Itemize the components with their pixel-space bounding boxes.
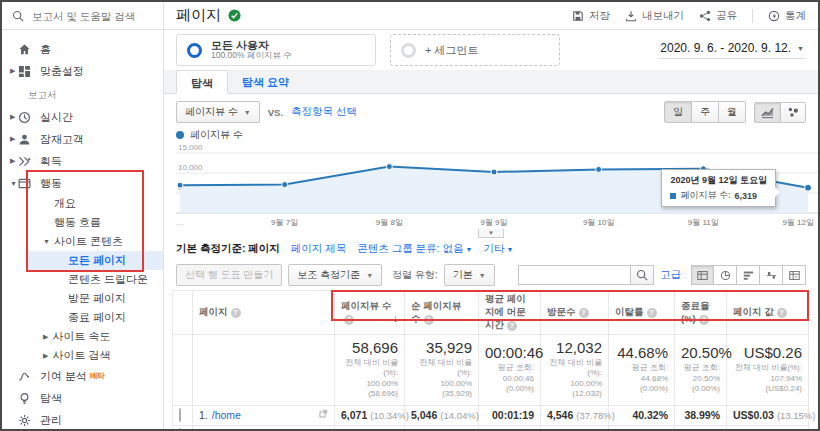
nav-section-label: 보고서 xyxy=(2,82,163,106)
sidebar-item-종료-페이지[interactable]: 종료 페이지 xyxy=(2,308,163,327)
chart-legend: 페이지뷰 수 xyxy=(176,127,806,143)
segment-bar: 모든 사용자 100.00% 페이지뷰 수 + 세그먼트 2020. 9. 6.… xyxy=(164,30,818,70)
add-segment-label: + 세그먼트 xyxy=(425,43,478,58)
table-search-button[interactable] xyxy=(630,265,654,285)
table-view-icon xyxy=(697,270,708,281)
sidebar-item-실시간[interactable]: ▶실시간 xyxy=(2,106,163,128)
tooltip-value: 6,319 xyxy=(734,191,757,201)
performance-view-button[interactable] xyxy=(737,265,760,285)
sidebar-item-label: 맞춤설정 xyxy=(40,64,84,79)
plot-rows-button[interactable]: 선택 행 도표 만들기 xyxy=(176,264,282,286)
granularity-button-일[interactable]: 일 xyxy=(664,101,692,123)
granularity-button-월[interactable]: 월 xyxy=(719,101,746,123)
chevron-down-icon: ▼ xyxy=(479,272,486,279)
dimension-page[interactable]: 페이지 xyxy=(248,242,280,254)
sidebar-item-사이트-콘텐츠[interactable]: ▼사이트 콘텐츠 xyxy=(2,232,163,251)
chevron-down-icon: ▼ xyxy=(2,180,18,187)
line-chart-button[interactable] xyxy=(754,102,781,123)
sidebar-item-label: 콘텐츠 드릴다운 xyxy=(68,272,148,287)
summary-cell: 12,032전체 대비 비율(%):100.00% (12,032) xyxy=(541,335,609,406)
dimension-content-group-link[interactable]: 콘텐츠 그룹 분류: 없음▼ xyxy=(357,242,472,256)
secondary-dimension-button[interactable]: 보조 측정기준 ▼ xyxy=(288,264,382,286)
help-icon[interactable]: ? xyxy=(424,315,434,325)
report-search[interactable] xyxy=(2,2,163,30)
column-header-페이지[interactable]: 페이지? xyxy=(193,291,335,335)
sidebar-item-콘텐츠-드릴다운[interactable]: 콘텐츠 드릴다운 xyxy=(2,270,163,289)
column-header-평균-페이지에-머문-시간[interactable]: 평균 페이지에 머문 시간? xyxy=(479,291,541,335)
row-checkbox[interactable] xyxy=(179,408,181,422)
summary-cell: 58,696전체 대비 비율(%):100.00% (58,696) xyxy=(335,335,405,406)
help-icon[interactable]: ? xyxy=(231,308,241,318)
help-icon[interactable]: ? xyxy=(699,315,709,325)
column-header-종료율(%)[interactable]: 종료율(%)? xyxy=(675,291,727,335)
help-icon[interactable]: ? xyxy=(579,308,589,318)
sidebar-item-기여-분석[interactable]: 기여 분석베타 xyxy=(2,365,163,387)
help-icon[interactable]: ? xyxy=(344,315,354,325)
dimension-page-title-link[interactable]: 페이지 제목 xyxy=(291,242,346,256)
comparison-view-button[interactable] xyxy=(760,265,783,285)
sidebar-item-방문-페이지[interactable]: 방문 페이지 xyxy=(2,289,163,308)
column-header-순-페이지뷰-수[interactable]: 순 페이지뷰 수? xyxy=(405,291,479,335)
chart-collapse-button[interactable]: ▼ xyxy=(478,229,504,238)
granularity-button-주[interactable]: 주 xyxy=(692,101,719,123)
table-search-input[interactable] xyxy=(518,265,630,285)
page-link[interactable]: /home xyxy=(212,409,241,422)
action-bar: 저장내보내기공유통계 xyxy=(572,9,806,23)
sidebar-item-홈[interactable]: 홈 xyxy=(2,38,163,60)
audience-icon xyxy=(18,133,40,146)
column-header-이탈률[interactable]: 이탈률? xyxy=(609,291,675,335)
select-all-cell[interactable] xyxy=(173,291,193,335)
help-icon[interactable]: ? xyxy=(507,321,517,331)
metric-cell: 00:01:19 xyxy=(479,405,541,425)
metric-dropdown[interactable]: 페이지뷰 수 ▼ xyxy=(176,101,260,123)
sidebar-item-행동-흐름[interactable]: 행동 흐름 xyxy=(2,213,163,232)
sidebar-item-label: 사이트 검색 xyxy=(52,348,110,363)
app-window: 홈▶맞춤설정보고서▶실시간▶잠재고객▶획득▼행동개요행동 흐름▼사이트 콘텐츠모… xyxy=(2,2,818,429)
sidebar-item-맞춤설정[interactable]: ▶맞춤설정 xyxy=(2,60,163,82)
sidebar-item-사이트-검색[interactable]: ▶사이트 검색 xyxy=(2,346,163,365)
table-view-button[interactable] xyxy=(691,265,714,285)
통계-action-button[interactable]: 통계 xyxy=(768,9,806,23)
sidebar-item-모든-페이지[interactable]: 모든 페이지 xyxy=(2,251,163,270)
sidebar-item-획득[interactable]: ▶획득 xyxy=(2,150,163,172)
table-row: 1./home6,071(10.34%)5,046(14.04%)00:01:1… xyxy=(173,405,809,425)
report-search-input[interactable] xyxy=(32,10,152,22)
chevron-right-icon: ▶ xyxy=(2,157,18,165)
sidebar-item-행동[interactable]: ▼행동 xyxy=(2,172,163,194)
공유-action-button[interactable]: 공유 xyxy=(699,9,737,23)
date-range-selector[interactable]: 2020. 9. 6. - 2020. 9. 12. ▼ xyxy=(658,41,806,59)
external-link-icon[interactable] xyxy=(319,409,328,418)
timeseries-chart[interactable]: 5,00010,00015,000…9월 7일9월 8일9월 9일9월 10일9… xyxy=(176,143,806,229)
tab-summary[interactable]: 탐색 요약 xyxy=(228,70,303,93)
segment-all-users[interactable]: 모든 사용자 100.00% 페이지뷰 수 xyxy=(176,34,376,66)
sidebar-item-관리[interactable]: 관리 xyxy=(2,409,163,431)
column-header-페이지-값[interactable]: 페이지 값? xyxy=(727,291,809,335)
pivot-view-button[interactable] xyxy=(783,265,806,285)
add-segment-button[interactable]: + 세그먼트 xyxy=(390,34,560,66)
sort-type-dropdown[interactable]: 기본 ▼ xyxy=(444,264,495,286)
svg-text:9월 11일: 9월 11일 xyxy=(688,218,719,227)
select-metric-link[interactable]: 측정항목 선택 xyxy=(291,105,357,119)
help-icon[interactable]: ? xyxy=(777,308,787,318)
svg-text:9월 12일: 9월 12일 xyxy=(782,218,814,227)
column-header-방문수[interactable]: 방문수? xyxy=(541,291,609,335)
chevron-right-icon: ▶ xyxy=(43,352,48,360)
advanced-filter-link[interactable]: 고급 xyxy=(660,268,681,282)
help-icon[interactable]: ? xyxy=(647,308,657,318)
chevron-down-icon: ▼ xyxy=(244,109,251,116)
sidebar-item-개요[interactable]: 개요 xyxy=(2,194,163,213)
저장-action-button[interactable]: 저장 xyxy=(572,9,610,23)
percentage-view-button[interactable] xyxy=(714,265,737,285)
sidebar-item-label: 방문 페이지 xyxy=(68,291,126,306)
dimension-other-link[interactable]: 기타▼ xyxy=(483,242,513,256)
sidebar-item-label: 종료 페이지 xyxy=(68,310,126,325)
sidebar-item-탐색[interactable]: 탐색 xyxy=(2,387,163,409)
motion-chart-button[interactable] xyxy=(781,102,806,123)
sidebar-item-잠재고객[interactable]: ▶잠재고객 xyxy=(2,128,163,150)
row-checkbox[interactable] xyxy=(179,428,181,429)
sidebar-item-사이트-속도[interactable]: ▶사이트 속도 xyxy=(2,327,163,346)
metric-cell: 40.66% xyxy=(609,425,675,429)
tab-explorer[interactable]: 탐색 xyxy=(176,70,228,94)
내보내기-action-button[interactable]: 내보내기 xyxy=(625,9,684,23)
column-header-페이지뷰-수[interactable]: 페이지뷰 수?↓ xyxy=(335,291,405,335)
